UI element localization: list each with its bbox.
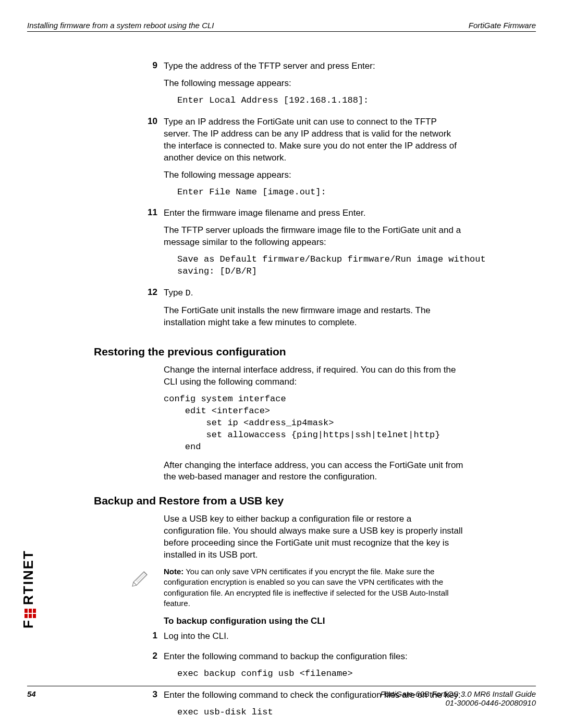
step-number: 10 bbox=[94, 116, 164, 127]
page-number: 54 bbox=[27, 689, 36, 707]
step-text: The FortiGate unit installs the new firm… bbox=[164, 305, 464, 329]
code-block: exec usb-disk list bbox=[177, 707, 464, 719]
step-number: 1 bbox=[94, 631, 164, 641]
footer-docid: 01-30006-0446-20080910 bbox=[381, 698, 536, 707]
running-header-right: FortiGate Firmware bbox=[469, 21, 536, 30]
svg-rect-3 bbox=[29, 614, 32, 618]
paragraph: Change the internal interface address, i… bbox=[164, 364, 464, 388]
note-text: Note: You can only save VPN certificates… bbox=[164, 566, 464, 609]
note-icon bbox=[129, 566, 151, 590]
step-text: Type D. bbox=[164, 287, 464, 300]
fortinet-logo-icon: F RTINET bbox=[22, 527, 38, 638]
svg-rect-6 bbox=[33, 609, 36, 613]
code-block: Enter Local Address [192.168.1.188]: bbox=[177, 95, 464, 107]
step-text: The TFTP server uploads the firmware ima… bbox=[164, 225, 486, 249]
step-text: The following message appears: bbox=[164, 78, 464, 90]
step-text: Enter the following command to backup th… bbox=[164, 651, 464, 663]
step-text: The following message appears: bbox=[164, 169, 464, 181]
svg-text:F: F bbox=[22, 619, 36, 628]
text-span: . bbox=[191, 288, 193, 298]
step-text: Log into the CLI. bbox=[164, 631, 464, 643]
step-number: 9 bbox=[94, 60, 164, 71]
step-11: 11 Enter the firmware image filename and… bbox=[94, 207, 464, 284]
footer-title: FortiGate-60B FortiOS 3.0 MR6 Install Gu… bbox=[381, 689, 536, 698]
heading-restoring: Restoring the previous configuration bbox=[94, 346, 464, 358]
note-body: You can only save VPN certificates if yo… bbox=[164, 567, 449, 608]
inline-code: D bbox=[186, 288, 191, 298]
paragraph: Use a USB key to either backup a configu… bbox=[164, 513, 464, 561]
footer-rule bbox=[27, 686, 536, 686]
code-block: Save as Default firmware/Backup firmware… bbox=[177, 254, 486, 278]
header-rule bbox=[27, 31, 536, 32]
paragraph: After changing the interface address, yo… bbox=[164, 460, 464, 484]
svg-rect-4 bbox=[29, 609, 32, 613]
step-9: 9 Type the address of the TFTP server an… bbox=[94, 60, 464, 113]
step-text: Type an IP address the FortiGate unit ca… bbox=[164, 116, 464, 164]
svg-rect-1 bbox=[25, 614, 28, 618]
usb-step-2: 2 Enter the following command to backup … bbox=[94, 651, 464, 686]
heading-usb: Backup and Restore from a USB key bbox=[94, 495, 464, 507]
svg-rect-2 bbox=[25, 609, 28, 613]
step-number: 2 bbox=[94, 651, 164, 661]
code-block: config system interface edit <interface>… bbox=[164, 393, 464, 453]
note-block: Note: You can only save VPN certificates… bbox=[94, 566, 464, 609]
step-text: Type the address of the TFTP server and … bbox=[164, 60, 464, 72]
step-text: Enter the firmware image filename and pr… bbox=[164, 207, 486, 219]
step-number: 11 bbox=[94, 207, 164, 218]
step-12: 12 Type D. The FortiGate unit installs t… bbox=[94, 287, 464, 334]
subheading-backup-cli: To backup configuration using the CLI bbox=[164, 616, 464, 626]
note-label: Note: bbox=[164, 567, 183, 576]
code-block: exec backup config usb <filename> bbox=[177, 668, 464, 680]
text-span: Type bbox=[164, 288, 186, 298]
step-number: 12 bbox=[94, 287, 164, 298]
code-block: Enter File Name [image.out]: bbox=[177, 187, 464, 199]
svg-text:RTINET: RTINET bbox=[22, 550, 36, 605]
running-header-left: Installing firmware from a system reboot… bbox=[27, 21, 214, 30]
svg-rect-5 bbox=[33, 614, 36, 618]
usb-step-1: 1 Log into the CLI. bbox=[94, 631, 464, 648]
step-10: 10 Type an IP address the FortiGate unit… bbox=[94, 116, 464, 205]
